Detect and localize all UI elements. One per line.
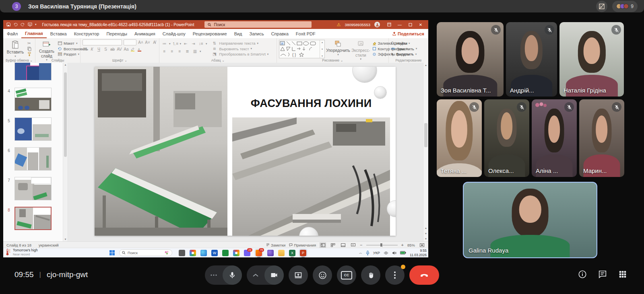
audio-options-button[interactable]	[205, 265, 223, 285]
underline-button[interactable]: Ч	[96, 47, 101, 51]
shapes-scrollbar[interactable]: ▲▼▼	[320, 40, 324, 58]
tray-mic-icon[interactable]	[366, 251, 369, 255]
font-name-combo[interactable]	[83, 39, 122, 45]
tab-animations[interactable]: Анимация	[131, 29, 159, 38]
save-icon[interactable]	[6, 23, 10, 27]
bold-button[interactable]: Ж	[83, 47, 88, 51]
tab-foxit[interactable]: Foxit PDF	[292, 29, 319, 38]
select-button[interactable]: Выделить ▾	[391, 51, 417, 57]
video-tile[interactable]: Олекса...	[484, 99, 529, 177]
taskbar-app-chrome[interactable]	[190, 250, 196, 256]
raise-hand-button[interactable]	[361, 265, 380, 285]
slide-thumbnail-5[interactable]: 5	[3, 117, 63, 141]
reactions-button[interactable]	[313, 265, 332, 285]
taskbar-app-word[interactable]: W	[211, 250, 218, 256]
slide-thumbnail-6[interactable]: 6	[3, 147, 63, 171]
video-tile[interactable]: Наталія Грідіна	[559, 22, 624, 97]
slide-thumbnail-8-selected[interactable]: 8	[3, 207, 63, 230]
line-spacing-icon[interactable]: ↕≡	[198, 41, 204, 46]
meeting-info-button[interactable]	[578, 270, 587, 279]
tab-design[interactable]: Конструктор	[70, 29, 103, 38]
zoom-slider[interactable]	[366, 245, 398, 245]
tray-expand-icon[interactable]: ︿	[359, 251, 362, 255]
active-speaker-tile[interactable]: Galina Rudaya	[463, 182, 597, 258]
normal-view-button[interactable]	[320, 243, 326, 248]
taskbar-app-green[interactable]	[222, 250, 229, 256]
slide-canvas[interactable]: ФАСУВАННЯ ЛОХИНИ	[95, 67, 396, 236]
chat-button[interactable]	[598, 270, 607, 279]
slide-scrollbar[interactable]: ▲ ▲ ▼ ▼	[423, 63, 428, 241]
shadow-button[interactable]: S	[103, 47, 108, 51]
char-spacing-button[interactable]: AV	[117, 47, 122, 51]
find-button[interactable]: Найти	[391, 41, 417, 46]
tab-review[interactable]: Рецензирование	[189, 29, 231, 38]
strikethrough-button[interactable]: ab	[110, 47, 115, 51]
taskbar-app-edge[interactable]	[200, 250, 207, 256]
tab-view[interactable]: Вид	[231, 29, 246, 38]
tray-eye-icon[interactable]	[384, 251, 388, 255]
slide-thumbnail-7[interactable]: 7	[3, 177, 63, 200]
highlight-color-icon[interactable]	[130, 47, 136, 51]
language-indicator[interactable]: украинский	[39, 243, 59, 247]
tray-clock[interactable]: 9:55 11.03.2026	[410, 249, 427, 257]
taskbar-app-powerpoint[interactable]: P	[300, 250, 306, 256]
taskbar-app-file-explorer[interactable]	[278, 250, 285, 256]
taskbar-search[interactable]: Поиск	[119, 249, 172, 256]
tab-slideshow[interactable]: Слайд-шоу	[159, 29, 189, 38]
video-tile[interactable]: Марин...	[579, 99, 624, 177]
taskbar-app-orange-active[interactable]: 79	[256, 250, 262, 256]
zoom-out-button[interactable]: −	[360, 243, 362, 247]
grow-font-icon[interactable]: A˄	[138, 40, 143, 45]
close-button[interactable]: ✕	[415, 20, 426, 29]
account-avatar[interactable]	[374, 22, 380, 27]
smartart-button[interactable]: ⬔Преобразовать в SmartArt ▾	[212, 51, 269, 57]
more-options-button[interactable]	[385, 265, 405, 285]
notes-button[interactable]: Заметки	[266, 243, 285, 247]
taskbar-app-browser-purple[interactable]	[267, 250, 274, 256]
weather-widget[interactable]: Tomorrow's high Near record	[6, 249, 38, 256]
clear-formatting-icon[interactable]: A̸	[152, 40, 157, 45]
tab-insert[interactable]: Вставка	[47, 29, 70, 38]
copy-icon[interactable]	[27, 46, 31, 51]
video-tile[interactable]: Андрій...	[506, 22, 557, 97]
tab-transitions[interactable]: Переходы	[103, 29, 131, 38]
reading-view-button[interactable]	[340, 243, 346, 248]
video-tile[interactable]: Аліна ...	[532, 99, 577, 177]
italic-button[interactable]: К	[89, 47, 95, 51]
thumbnails-scrollbar[interactable]: ▲ ▼	[63, 63, 68, 241]
arrange-button[interactable]: Упорядочить ▾	[327, 40, 349, 58]
change-case-button[interactable]: Aa	[124, 47, 129, 51]
slide-thumbnail-4[interactable]: 4	[3, 88, 63, 111]
replace-button[interactable]: abЗаменить ▾	[391, 46, 417, 51]
bullets-icon[interactable]: ≔	[161, 41, 167, 46]
microphone-button[interactable]	[223, 265, 242, 285]
paste-button[interactable]: Вставить ▾	[5, 40, 25, 58]
video-options-button[interactable]	[247, 265, 264, 285]
ppt-search-box[interactable]: Поиск	[204, 21, 312, 28]
shrink-font-icon[interactable]: A˅	[145, 40, 150, 45]
redo-icon[interactable]	[21, 23, 25, 27]
zoom-level[interactable]: 85%	[407, 243, 415, 247]
undo-icon[interactable]	[13, 23, 18, 27]
slide-editor-area[interactable]: ФАСУВАННЯ ЛОХИНИ	[68, 63, 428, 241]
taskbar-app-chrome-profile[interactable]	[233, 250, 239, 256]
numbering-icon[interactable]: ⒈≡	[172, 41, 178, 47]
participants-button[interactable]: 9	[612, 1, 638, 12]
increase-indent-icon[interactable]: ⇥	[190, 41, 196, 46]
slideshow-view-button[interactable]	[350, 243, 356, 248]
video-tile[interactable]: Тетяна ...	[437, 99, 482, 177]
camera-button[interactable]	[264, 265, 284, 285]
tab-file[interactable]: Файл	[3, 29, 21, 38]
fit-slide-button[interactable]	[419, 243, 425, 248]
slide-title[interactable]: ФАСУВАННЯ ЛОХИНИ	[230, 97, 392, 110]
new-slide-button[interactable]: Создать слайд ▾	[37, 40, 56, 58]
ribbon-display-options-button[interactable]	[384, 20, 394, 29]
text-direction-button[interactable]: ⇅Направление текста ▾	[212, 41, 269, 46]
columns-icon[interactable]: ▥	[192, 49, 198, 53]
share-button[interactable]: Поделиться	[392, 31, 424, 36]
decrease-indent-icon[interactable]: ⇤	[183, 41, 189, 46]
tray-volume-icon[interactable]	[392, 251, 396, 255]
justify-icon[interactable]: ≣	[184, 49, 190, 53]
maximize-button[interactable]	[405, 20, 415, 29]
slide-thumbnail-3[interactable]	[3, 63, 63, 80]
